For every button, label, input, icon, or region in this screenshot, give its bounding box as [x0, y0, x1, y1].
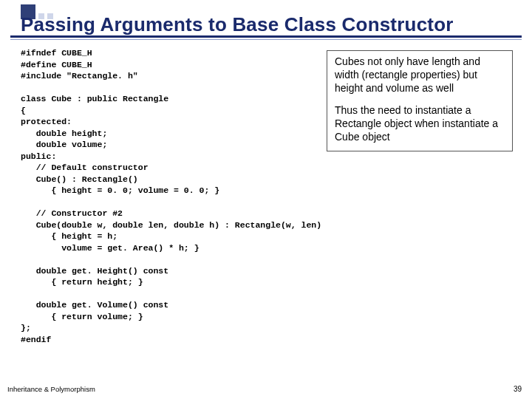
page-number: 39 [514, 385, 522, 393]
slide: Passing Arguments to Base Class Construc… [0, 0, 532, 399]
footer-topic: Inheritance & Polymorphism [7, 385, 95, 393]
callout-box: Cubes not only have length and width (re… [327, 50, 513, 151]
callout-p1: Cubes not only have length and width (re… [335, 55, 505, 95]
title-rule-thin [10, 39, 522, 40]
title-rule-thick [10, 35, 522, 38]
page-title: Passing Arguments to Base Class Construc… [21, 13, 454, 36]
callout-p2: Thus the need to instantiate a Rectangle… [335, 104, 505, 144]
code-block: #ifndef CUBE_H #define CUBE_H #include "… [21, 47, 321, 345]
